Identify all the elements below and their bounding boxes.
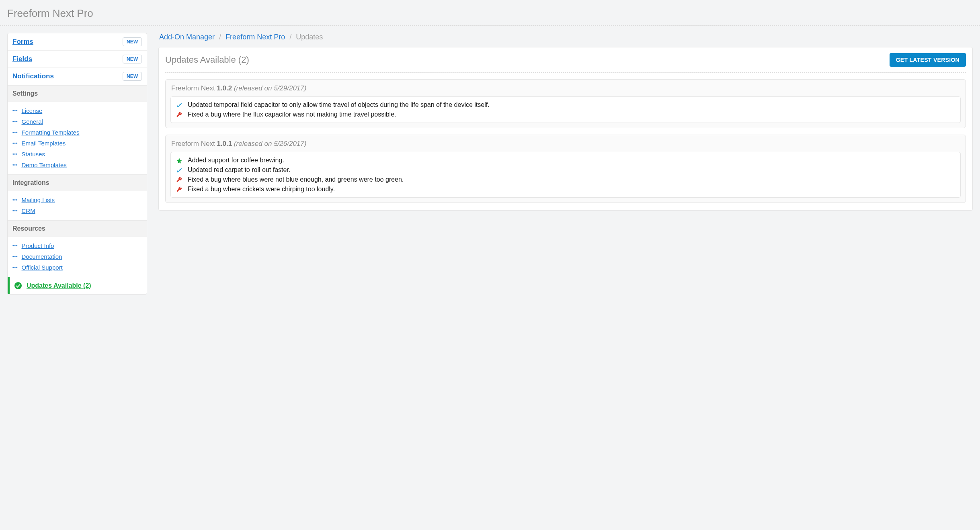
sidebar-section-list: •••License•••General•••Formatting Templa… — [8, 102, 147, 174]
drag-dots-icon: ••• — [12, 163, 18, 167]
updates-panel: Updates Available (2) GET LATEST VERSION… — [158, 47, 973, 211]
change-text: Added support for coffee brewing. — [188, 157, 284, 164]
breadcrumb-addon-manager[interactable]: Add-On Manager — [159, 33, 215, 41]
wrench-icon — [176, 111, 183, 118]
drag-dots-icon: ••• — [12, 265, 18, 270]
sidebar-item-link[interactable]: General — [22, 118, 43, 125]
sidebar-primary-item: FormsNEW — [8, 33, 147, 51]
sidebar-section-header: Settings — [8, 85, 147, 102]
sidebar-section-header: Resources — [8, 220, 147, 237]
sidebar-section-header: Integrations — [8, 174, 147, 191]
sidebar-item-link[interactable]: Mailing Lists — [22, 196, 55, 203]
release-block: Freeform Next 1.0.2 (released on 5/29/20… — [165, 79, 966, 128]
breadcrumb-separator: / — [219, 33, 221, 41]
sidebar-item-link[interactable]: License — [22, 107, 43, 114]
sidebar-updates-link[interactable]: Updates Available (2) — [27, 282, 91, 289]
wrench-icon — [176, 186, 183, 193]
change-item: Fixed a bug where blues were not blue en… — [175, 175, 956, 184]
breadcrumb-freeform-next-pro[interactable]: Freeform Next Pro — [226, 33, 285, 41]
sidebar-item-link[interactable]: Demo Templates — [22, 162, 67, 168]
change-item: Fixed a bug where crickets were chirping… — [175, 184, 956, 194]
sidebar-item: •••Mailing Lists — [8, 194, 147, 205]
brush-icon — [176, 166, 183, 174]
sidebar-item: •••Product Info — [8, 240, 147, 251]
new-badge[interactable]: NEW — [123, 37, 142, 46]
drag-dots-icon: ••• — [12, 209, 18, 213]
release-version: 1.0.2 — [217, 84, 232, 92]
release-product: Freeform Next — [171, 84, 217, 92]
drag-dots-icon: ••• — [12, 244, 18, 248]
breadcrumb-separator: / — [289, 33, 291, 41]
sidebar-section-list: •••Product Info•••Documentation•••Offici… — [8, 237, 147, 277]
change-item: Fixed a bug where the flux capacitor was… — [175, 110, 956, 119]
release-title: Freeform Next 1.0.2 (released on 5/29/20… — [170, 84, 961, 96]
change-item: Updated red carpet to roll out faster. — [175, 165, 956, 175]
sidebar-primary-item: FieldsNEW — [8, 51, 147, 68]
change-item: Added support for coffee brewing. — [175, 156, 956, 165]
sidebar-item: •••CRM — [8, 205, 147, 216]
sidebar-item: •••Demo Templates — [8, 160, 147, 170]
drag-dots-icon: ••• — [12, 152, 18, 156]
sidebar-item-link[interactable]: Product Info — [22, 242, 54, 249]
drag-dots-icon: ••• — [12, 130, 18, 135]
breadcrumb: Add-On Manager / Freeform Next Pro / Upd… — [158, 33, 973, 47]
change-text: Updated red carpet to roll out faster. — [188, 166, 290, 174]
sidebar-section-list: •••Mailing Lists•••CRM — [8, 191, 147, 220]
sidebar-item-link[interactable]: Documentation — [22, 253, 62, 260]
sidebar-item-updates-available[interactable]: Updates Available (2) — [8, 277, 147, 294]
wrench-icon — [176, 176, 183, 183]
brush-icon — [176, 101, 183, 108]
sidebar-item: •••Statuses — [8, 149, 147, 160]
change-text: Fixed a bug where blues were not blue en… — [188, 176, 404, 183]
sidebar-item: •••License — [8, 105, 147, 116]
changes-list: Updated temporal field capacitor to only… — [170, 96, 961, 123]
page-title: Freeform Next Pro — [0, 0, 980, 26]
sidebar-item-link[interactable]: Formatting Templates — [22, 129, 80, 136]
sidebar-item-link[interactable]: Statuses — [22, 151, 45, 158]
change-text: Fixed a bug where the flux capacitor was… — [188, 111, 396, 118]
release-block: Freeform Next 1.0.1 (released on 5/26/20… — [165, 135, 966, 203]
sidebar-item-link[interactable]: Official Support — [22, 264, 63, 271]
sidebar-item: •••Official Support — [8, 262, 147, 273]
star-icon — [176, 157, 183, 164]
sidebar-item: •••Formatting Templates — [8, 127, 147, 138]
sidebar-primary-link[interactable]: Notifications — [12, 72, 54, 80]
new-badge[interactable]: NEW — [123, 72, 142, 81]
sidebar-item: •••Email Templates — [8, 138, 147, 149]
drag-dots-icon: ••• — [12, 254, 18, 259]
changes-list: Added support for coffee brewing.Updated… — [170, 152, 961, 198]
release-version: 1.0.1 — [217, 140, 232, 147]
release-title: Freeform Next 1.0.1 (released on 5/26/20… — [170, 139, 961, 152]
drag-dots-icon: ••• — [12, 119, 18, 124]
sidebar-item-link[interactable]: CRM — [22, 207, 35, 214]
sidebar-primary-link[interactable]: Forms — [12, 38, 33, 46]
sidebar-item-link[interactable]: Email Templates — [22, 140, 66, 147]
check-circle-icon — [14, 282, 22, 289]
release-date: (released on 5/29/2017) — [234, 84, 307, 92]
release-date: (released on 5/26/2017) — [234, 140, 307, 147]
sidebar: FormsNEWFieldsNEWNotificationsNEW Settin… — [7, 33, 147, 295]
drag-dots-icon: ••• — [12, 141, 18, 145]
release-product: Freeform Next — [171, 140, 217, 147]
get-latest-version-button[interactable]: GET LATEST VERSION — [890, 53, 966, 67]
change-text: Updated temporal field capacitor to only… — [188, 101, 490, 108]
panel-heading: Updates Available (2) — [165, 55, 249, 65]
breadcrumb-current: Updates — [296, 33, 323, 41]
sidebar-primary-link[interactable]: Fields — [12, 55, 32, 63]
sidebar-primary-item: NotificationsNEW — [8, 68, 147, 85]
change-item: Updated temporal field capacitor to only… — [175, 100, 956, 110]
new-badge[interactable]: NEW — [123, 55, 142, 63]
drag-dots-icon: ••• — [12, 198, 18, 202]
change-text: Fixed a bug where crickets were chirping… — [188, 186, 335, 193]
sidebar-item: •••General — [8, 116, 147, 127]
sidebar-item: •••Documentation — [8, 251, 147, 262]
main-content: Add-On Manager / Freeform Next Pro / Upd… — [158, 33, 973, 211]
drag-dots-icon: ••• — [12, 108, 18, 113]
